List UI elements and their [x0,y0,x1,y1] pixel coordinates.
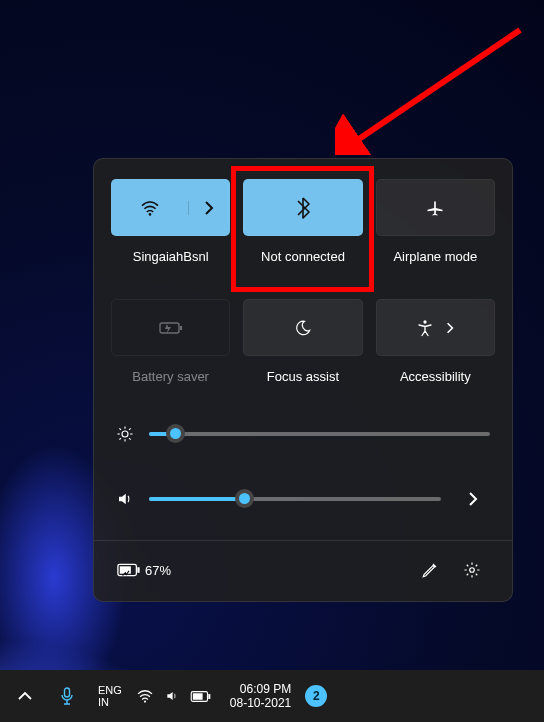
pencil-icon [421,561,439,579]
svg-line-14 [129,428,131,430]
brightness-icon [116,425,134,443]
wifi-toggle[interactable] [112,200,188,216]
annotation-arrow [335,25,525,155]
microphone-icon [60,687,74,705]
system-tray[interactable] [136,689,212,703]
svg-point-6 [122,431,128,437]
notification-badge[interactable]: 2 [305,685,327,707]
battery-status[interactable]: 67% [117,562,171,578]
language-indicator[interactable]: ENG IN [92,684,128,708]
svg-rect-23 [193,693,203,700]
accessibility-tile[interactable] [376,299,495,356]
battery-saver-label: Battery saver [132,369,209,384]
chevron-up-icon [18,691,32,701]
volume-icon [164,689,180,703]
time: 06:09 PM [240,682,291,696]
wifi-icon [136,689,154,703]
wifi-tile[interactable] [111,179,230,236]
svg-point-5 [424,320,427,323]
svg-line-12 [129,438,131,440]
accessibility-icon [416,319,434,337]
chevron-right-icon [468,492,478,506]
accessibility-label: Accessibility [400,369,471,384]
volume-icon [116,490,134,508]
airplane-mode-label: Airplane mode [393,249,477,264]
battery-icon [190,690,212,703]
battery-saver-tile [111,299,230,356]
brightness-slider[interactable] [149,424,490,444]
settings-button[interactable] [455,553,489,587]
wifi-icon [140,200,160,216]
svg-rect-22 [208,694,210,699]
quick-settings-panel: SingaiahBsnl Not connected Airplane mode… [93,158,513,602]
battery-charging-icon [117,562,141,578]
svg-line-1 [350,30,520,145]
svg-point-2 [149,213,152,216]
bluetooth-tile[interactable] [243,179,362,236]
microphone-tray-icon[interactable] [50,679,84,713]
airplane-mode-tile[interactable] [376,179,495,236]
svg-line-13 [119,438,121,440]
tray-overflow-button[interactable] [8,679,42,713]
taskbar: ENG IN 06:09 PM 08-10-2021 2 [0,670,544,722]
svg-rect-16 [137,567,139,573]
moon-icon [294,319,312,337]
gear-icon [463,561,481,579]
date: 08-10-2021 [230,696,291,710]
svg-rect-4 [180,326,182,330]
airplane-icon [425,198,445,218]
chevron-right-icon [446,322,454,334]
wifi-label: SingaiahBsnl [133,249,209,264]
focus-assist-label: Focus assist [267,369,339,384]
svg-line-11 [119,428,121,430]
volume-slider[interactable] [149,489,441,509]
wifi-expand[interactable] [188,201,229,215]
chevron-right-icon [204,201,214,215]
svg-point-18 [470,568,475,573]
lang-secondary: IN [98,696,122,708]
svg-rect-19 [65,688,70,697]
bluetooth-icon [296,197,310,219]
focus-assist-tile[interactable] [243,299,362,356]
lang-primary: ENG [98,684,122,696]
battery-saver-icon [159,321,183,335]
battery-percent: 67% [145,563,171,578]
bluetooth-label: Not connected [261,249,345,264]
svg-point-20 [144,701,146,703]
volume-output-button[interactable] [456,482,490,516]
edit-quick-settings-button[interactable] [413,553,447,587]
clock[interactable]: 06:09 PM 08-10-2021 [220,682,297,710]
